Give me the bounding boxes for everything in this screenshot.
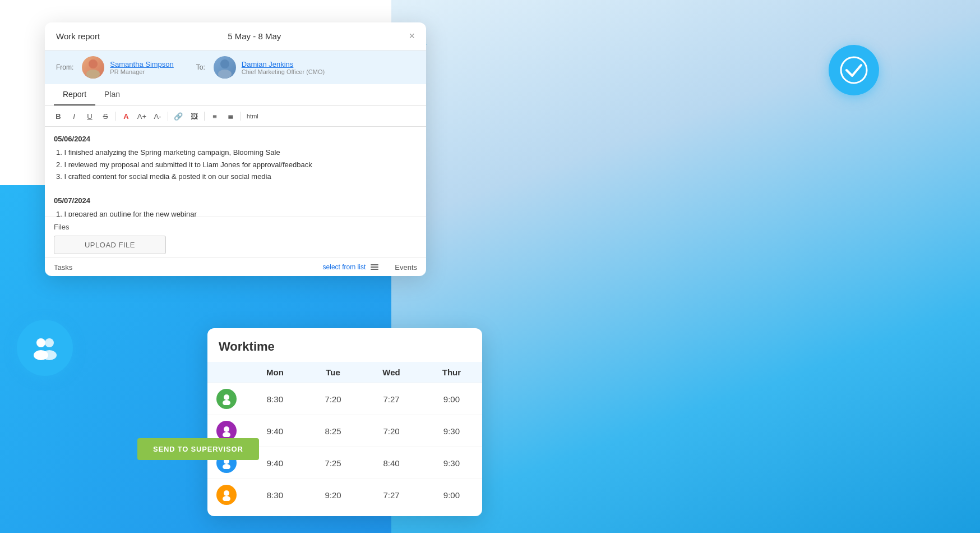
item-1-2: 2. I reviewed my proposal and submitted …	[56, 159, 417, 171]
files-label: Files	[54, 223, 417, 231]
row4-mon: 8:30	[246, 479, 304, 511]
row1-mon: 8:30	[246, 383, 304, 415]
svg-rect-1	[840, 56, 868, 84]
strikethrough-button[interactable]: S	[99, 109, 112, 123]
date-2: 05/07/2024	[54, 195, 417, 207]
row2-wed: 7:20	[362, 415, 421, 447]
font-color-button[interactable]: A	[119, 109, 133, 123]
recipient-role: Chief Marketing Officer (CMO)	[242, 68, 325, 75]
bold-button[interactable]: B	[52, 109, 65, 123]
worktime-header-row: Mon Tue Wed Thur	[207, 362, 482, 383]
html-button[interactable]: html	[244, 112, 261, 121]
link-button[interactable]: 🔗	[172, 109, 185, 123]
svg-rect-12	[371, 266, 378, 268]
list-icon	[370, 263, 379, 272]
upload-file-button[interactable]: UPLOAD FILE	[54, 236, 166, 254]
svg-point-14	[224, 394, 229, 400]
sender-info: Samantha Simpson PR Manager	[110, 60, 173, 75]
svg-point-15	[223, 400, 230, 405]
svg-point-4	[45, 338, 54, 347]
editor-content[interactable]: 05/06/2024 1. I finished analyzing the S…	[45, 127, 426, 217]
user-avatar-orange	[216, 485, 237, 505]
team-badge	[17, 320, 73, 376]
col-wed: Wed	[362, 362, 421, 383]
row3-wed: 8:40	[362, 447, 421, 479]
to-item: To: Damian Jenkins Chief Marketing Offic…	[196, 56, 325, 79]
row3-thur: 9:30	[421, 447, 482, 479]
row4-wed: 7:27	[362, 479, 421, 511]
close-button[interactable]: ×	[409, 30, 415, 42]
table-row: 8:30 9:20 7:27 9:00	[207, 479, 482, 511]
toolbar-separator-3	[204, 112, 205, 121]
font-size-down-button[interactable]: A-	[151, 109, 164, 123]
tasks-right: select from list Events	[323, 263, 417, 272]
to-label: To:	[196, 63, 205, 71]
toolbar-separator-2	[168, 112, 168, 121]
row2-thur: 9:30	[421, 415, 482, 447]
from-to-section: From: Samantha Simpson PR Manager To: Da…	[45, 50, 426, 84]
worktime-table: Mon Tue Wed Thur 8:30 7:20 7:27 9:00	[207, 362, 482, 511]
row4-thur: 9:00	[421, 479, 482, 511]
font-size-up-button[interactable]: A+	[135, 109, 149, 123]
tasks-row: Tasks select from list Events	[45, 258, 426, 276]
worktime-title: Worktime	[207, 339, 482, 362]
from-item: From: Samantha Simpson PR Manager	[56, 56, 174, 79]
ordered-list-button[interactable]: ≡	[208, 109, 221, 123]
svg-point-21	[223, 496, 230, 501]
work-report-title: Work report	[56, 31, 100, 41]
date-1: 05/06/2024	[54, 134, 417, 145]
check-badge	[829, 45, 879, 95]
svg-point-3	[36, 338, 45, 347]
row3-tue: 7:25	[304, 447, 362, 479]
tab-report[interactable]: Report	[54, 84, 95, 105]
underline-button[interactable]: U	[83, 109, 96, 123]
row4-avatar	[207, 479, 246, 511]
recipient-info: Damian Jenkins Chief Marketing Officer (…	[242, 60, 325, 75]
row1-thur: 9:00	[421, 383, 482, 415]
card-header: Work report 5 May - 8 May ×	[45, 22, 426, 50]
col-thur: Thur	[421, 362, 482, 383]
item-1-1: 1. I finished analyzing the Spring marke…	[56, 147, 417, 159]
svg-rect-11	[371, 264, 378, 265]
worktime-card: Worktime Mon Tue Wed Thur 8:30 7:20 7:27	[207, 328, 482, 516]
sender-name[interactable]: Samantha Simpson	[110, 60, 173, 68]
row1-wed: 7:27	[362, 383, 421, 415]
tabs-row: Report Plan	[45, 84, 426, 106]
sender-avatar	[82, 56, 104, 79]
col-avatar	[207, 362, 246, 383]
user-avatar-green	[216, 389, 237, 409]
item-2-1: 1. I prepared an outline for the new web…	[56, 209, 417, 217]
tasks-label: Tasks	[54, 263, 72, 272]
svg-point-8	[86, 70, 100, 79]
row1-avatar	[207, 383, 246, 415]
row2-tue: 8:25	[304, 415, 362, 447]
svg-point-19	[223, 464, 230, 469]
date-range: 5 May - 8 May	[228, 31, 281, 41]
send-supervisor-button[interactable]: SEND TO SUPERVISOR	[137, 438, 259, 460]
tab-plan[interactable]: Plan	[95, 84, 129, 105]
col-mon: Mon	[246, 362, 304, 383]
svg-point-6	[42, 350, 57, 360]
italic-button[interactable]: I	[67, 109, 81, 123]
files-section: Files UPLOAD FILE	[45, 217, 426, 258]
item-1-3: 3. I crafted content for social media & …	[56, 171, 417, 183]
editor-toolbar: B I U S A A+ A- 🔗 🖼 ≡ ≣ html	[45, 106, 426, 127]
svg-point-9	[220, 59, 229, 68]
svg-point-20	[224, 490, 229, 496]
svg-point-10	[218, 70, 232, 79]
toolbar-separator-1	[115, 112, 116, 121]
image-button[interactable]: 🖼	[187, 109, 201, 123]
recipient-name[interactable]: Damian Jenkins	[242, 60, 325, 68]
select-from-list-link[interactable]: select from list	[323, 263, 366, 271]
row1-tue: 7:20	[304, 383, 362, 415]
work-report-card: Work report 5 May - 8 May × From: Samant…	[45, 22, 426, 276]
svg-point-17	[223, 432, 230, 437]
col-tue: Tue	[304, 362, 362, 383]
svg-point-16	[224, 426, 229, 432]
table-row: 8:30 7:20 7:27 9:00	[207, 383, 482, 415]
events-label: Events	[395, 263, 417, 272]
toolbar-separator-4	[241, 112, 241, 121]
from-label: From:	[56, 63, 73, 71]
svg-rect-13	[371, 269, 378, 270]
unordered-list-button[interactable]: ≣	[224, 109, 237, 123]
